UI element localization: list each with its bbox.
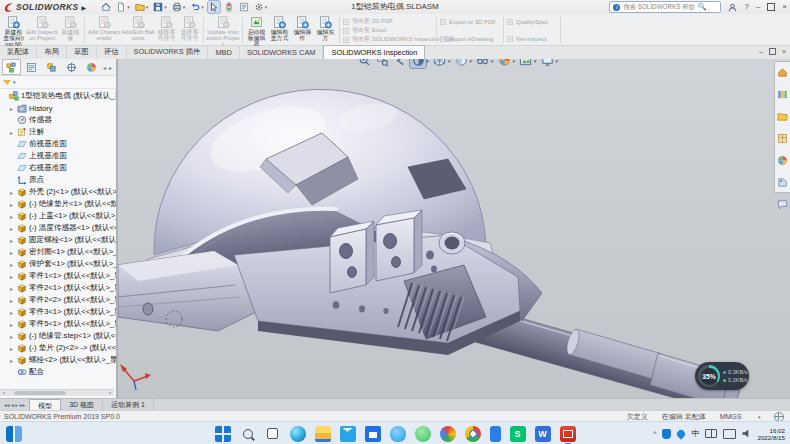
expand-arrow-icon[interactable]: ▸	[10, 357, 17, 364]
task-view-taskbar-icon[interactable]	[265, 426, 281, 442]
ribbon-tab[interactable]: 草图	[67, 45, 97, 59]
open-button[interactable]: ▾	[134, 1, 150, 13]
doc-minimize-icon[interactable]: –	[759, 48, 763, 55]
doc-restore-icon[interactable]	[769, 48, 776, 55]
expand-arrow-icon[interactable]: ▸	[10, 333, 17, 340]
tree-item[interactable]: ▸零件5<1> (默认<<默认>_显示状态	[0, 318, 116, 330]
expand-arrow-icon[interactable]: ▸	[10, 297, 17, 304]
tree-item[interactable]: ▸密封圈<1> (默认<<默认>_显示状	[0, 246, 116, 258]
export-button[interactable]: Export eDrawing	[439, 34, 501, 43]
close-button[interactable]: ×	[782, 1, 787, 13]
zoom-fit-button[interactable]	[356, 59, 372, 68]
expand-arrow-icon[interactable]: ▸	[10, 225, 17, 232]
print-button[interactable]: ▾	[171, 1, 187, 13]
hide-show-items-button[interactable]	[475, 59, 491, 68]
ribbon-tab[interactable]: 布局	[37, 45, 67, 59]
display-style-button[interactable]	[453, 59, 469, 68]
ribbon-tab[interactable]: SOLIDWORKS Inspection	[323, 45, 425, 59]
store-taskbar-icon[interactable]	[365, 426, 381, 442]
dropdown-caret-icon[interactable]: ▾	[448, 59, 451, 64]
status-globe-icon[interactable]	[774, 412, 784, 422]
new-button[interactable]: ▾	[115, 1, 131, 13]
tree-item[interactable]: 配合	[0, 366, 116, 378]
ribbon-tab[interactable]: MBD	[208, 46, 239, 59]
ribbon-button[interactable]: 编辑操作	[291, 15, 314, 45]
dropdown-caret-icon[interactable]: ▾	[491, 59, 494, 64]
display-icon[interactable]	[723, 429, 736, 439]
export-button[interactable]: 导出至 2D PDF	[342, 17, 434, 26]
export-button[interactable]: 导出至 Excel	[342, 26, 434, 35]
app-w-taskbar-icon[interactable]: W	[535, 426, 551, 442]
app-phone-taskbar-icon[interactable]	[490, 426, 501, 442]
tray-overflow-icon[interactable]: ^	[653, 430, 656, 437]
tree-item[interactable]: ▸零件2<2> (默认<<默认>_显示状态	[0, 294, 116, 306]
tab-configurationmanager[interactable]	[42, 59, 61, 75]
filter-dropdown-icon[interactable]: ▾	[13, 79, 16, 85]
dropdown-caret-icon[interactable]: ▾	[127, 4, 130, 10]
expand-arrow-icon[interactable]: ▸	[10, 345, 17, 352]
help-button[interactable]: ?	[744, 1, 748, 13]
ribbon-button[interactable]: 编辑检查方式	[268, 15, 291, 45]
expand-arrow-icon[interactable]: ▸	[10, 249, 17, 256]
tree-horizontal-scrollbar[interactable]: ◂ ▸	[0, 389, 114, 396]
taskpane-tab-solidworks-resources[interactable]	[777, 64, 788, 82]
ribbon-button[interactable]: 启动模板编辑器	[245, 15, 268, 45]
minimize-button[interactable]: –	[756, 1, 760, 13]
tree-item[interactable]: ▸固定螺栓<1> (默认<<默认>_显示	[0, 234, 116, 246]
tab-displaymanager[interactable]	[82, 59, 101, 75]
expand-arrow-icon[interactable]: ▸	[10, 213, 17, 220]
scroll-left-icon[interactable]: ◂	[0, 390, 7, 396]
tree-item[interactable]: 前视基准面	[0, 138, 116, 150]
expand-arrow-icon[interactable]: ▸	[10, 309, 17, 316]
expand-arrow-icon[interactable]: ▸	[10, 129, 17, 136]
speed-monitor-widget[interactable]: 35% 0.3KB/s 0.2KB/s	[695, 362, 749, 390]
tree-item[interactable]: ▸(-) 绝缘管.step<1> (默认<<默认>	[0, 330, 116, 342]
section-view-button[interactable]	[410, 59, 426, 68]
ribbon-button[interactable]: 新建检查项目(imp;M)	[2, 15, 25, 45]
ime-indicator[interactable]: 中	[691, 428, 699, 439]
file-properties-button[interactable]	[238, 1, 250, 13]
expand-arrow-icon[interactable]: ▸	[10, 273, 17, 280]
volume-icon[interactable]	[742, 429, 751, 438]
tab-propertymanager[interactable]	[22, 59, 41, 75]
dropdown-caret-icon[interactable]: ▾	[555, 59, 558, 64]
expand-arrow-icon[interactable]: ▸	[10, 237, 17, 244]
dropdown-caret-icon[interactable]: ▾	[265, 4, 268, 10]
app-s-taskbar-icon[interactable]: S	[510, 426, 526, 442]
options-button[interactable]: ▾	[253, 1, 269, 13]
tree-item[interactable]: ▸注解	[0, 126, 116, 138]
edge-taskbar-icon[interactable]	[290, 426, 306, 442]
tab-dimxpertmanager[interactable]	[62, 59, 81, 75]
tree-item[interactable]: ▸保护套<1> (默认<<默认>_显示状	[0, 258, 116, 270]
app-red-taskbar-icon[interactable]	[560, 426, 576, 442]
graphics-viewport[interactable]: ▾▾▾▾▾▾▾ 35% 0.3KB/s 0.2KB/s	[118, 59, 790, 398]
tree-item[interactable]: ▸(-) 温度传感器<1> (默认<<默认>_	[0, 222, 116, 234]
search-input[interactable]: i 搜索 SOLIDWORKS 帮助 🔍	[609, 1, 721, 13]
taskpane-tab-solidworks-forum[interactable]	[777, 196, 788, 214]
expand-arrow-icon[interactable]: ▸	[10, 201, 17, 208]
ribbon-tab[interactable]: SOLIDWORKS CAM	[240, 46, 324, 59]
dropdown-caret-icon[interactable]: ▾	[426, 59, 429, 64]
export-button[interactable]: QualitySpec	[506, 17, 558, 26]
ribbon-button[interactable]: 编辑实方	[314, 15, 337, 45]
ribbon-tab[interactable]: 评估	[97, 45, 127, 59]
dropdown-caret-icon[interactable]: ▾	[534, 59, 537, 64]
expand-arrow-icon[interactable]: ▸	[10, 105, 17, 112]
tree-item[interactable]: ▸(-) 上盖<1> (默认<<默认>_显示状	[0, 210, 116, 222]
tree-item[interactable]: ▸外壳 (2)<1> (默认<<默认>_显示状	[0, 186, 116, 198]
dropdown-caret-icon[interactable]: ▾	[201, 4, 204, 10]
dropdown-caret-icon[interactable]: ▾	[512, 59, 515, 64]
dropdown-caret-icon[interactable]: ▾	[164, 4, 167, 10]
expand-arrow-icon[interactable]: ▸	[10, 321, 17, 328]
search-icon[interactable]: 🔍	[698, 3, 707, 11]
chrome-taskbar-icon[interactable]	[465, 426, 481, 442]
units-dropdown-icon[interactable]: ▾	[757, 414, 760, 420]
tree-item[interactable]: ▸零件3<1> (默认<<默认>_显示状态	[0, 306, 116, 318]
dropdown-caret-icon[interactable]: ▾	[146, 4, 149, 10]
expand-arrow-icon[interactable]: ▸	[10, 261, 17, 268]
app-green-taskbar-icon[interactable]	[415, 426, 431, 442]
home-button[interactable]	[100, 1, 112, 13]
tree-item[interactable]: ▸(-) 垫片 (2)<2> -> (默认<<默认>_	[0, 342, 116, 354]
user-account-icon[interactable]	[728, 3, 737, 12]
tree-item[interactable]: 右视基准面	[0, 162, 116, 174]
